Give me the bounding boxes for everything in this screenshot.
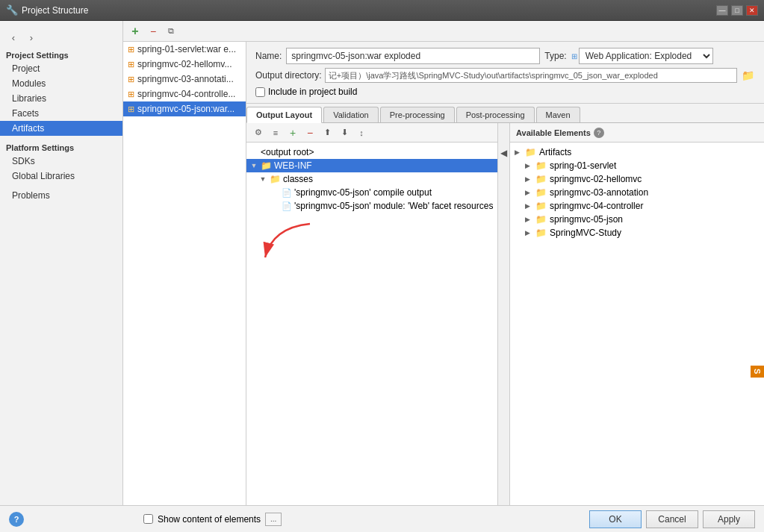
tab-output-layout[interactable]: Output Layout	[246, 107, 322, 123]
artifact-icon: ⊞	[128, 90, 134, 99]
sidebar-item-libraries[interactable]: Libraries	[0, 91, 122, 106]
avail-folder-icon-1: 📁	[535, 160, 547, 171]
sidebar-item-global-libraries[interactable]: Global Libraries	[0, 169, 122, 184]
tree-move-up-button[interactable]: ⬆	[320, 125, 335, 140]
artifact-icon: ⊞	[128, 75, 134, 84]
file-icon-facet: 📄	[282, 201, 292, 211]
avail-item-springmvc05[interactable]: ▶ 📁 springmvc-05-json	[510, 213, 764, 226]
show-content-container: Show content of elements ...	[24, 513, 589, 526]
tree-move-down-button[interactable]: ⬇	[337, 125, 352, 140]
artifact-icon: ⊞	[128, 45, 134, 54]
remove-artifact-button[interactable]: −	[146, 24, 161, 39]
title-bar: 🔧 Project Structure — □ ✕	[0, 0, 764, 21]
file-icon-compile: 📄	[282, 188, 292, 198]
tree-item-compile-output[interactable]: 📄 'springmvc-05-json' compile output	[246, 186, 497, 199]
avail-item-artifacts[interactable]: ▶ 📁 Artifacts	[510, 145, 764, 159]
tree-item-output-root[interactable]: <output root>	[246, 145, 497, 159]
show-content-label: Show content of elements	[158, 514, 261, 525]
artifact-item-0[interactable]: ⊞ spring-01-servlet:war e...	[123, 42, 246, 57]
avail-item-springmvc03[interactable]: ▶ 📁 springmvc-03-annotation	[510, 186, 764, 199]
more-options-button[interactable]: ...	[265, 513, 282, 526]
avail-item-springmvc04[interactable]: ▶ 📁 springmvc-04-controller	[510, 199, 764, 213]
include-in-build-checkbox[interactable]	[255, 87, 265, 97]
available-elements-help-icon[interactable]: ?	[594, 128, 604, 138]
back-button[interactable]: ‹	[6, 30, 21, 45]
sidebar-item-problems[interactable]: Problems	[0, 188, 122, 203]
tree-add-button[interactable]: +	[285, 125, 300, 140]
bottom-bar: ? Show content of elements ... OK Cancel…	[0, 505, 764, 532]
show-content-checkbox[interactable]	[143, 514, 153, 524]
tree-sort-button[interactable]: ↕	[354, 125, 369, 140]
output-dir-label: Output directory:	[255, 70, 322, 81]
sidebar-item-sdks[interactable]: SDKs	[0, 154, 122, 169]
avail-folder-icon-4: 📁	[535, 201, 547, 211]
sidebar-item-artifacts[interactable]: Artifacts	[0, 121, 122, 136]
help-button[interactable]: ?	[9, 512, 24, 527]
tab-pre-processing[interactable]: Pre-processing	[380, 107, 455, 122]
window-title: Project Structure	[22, 5, 716, 16]
artifact-item-2[interactable]: ⊞ springmvc-03-annotati...	[123, 72, 246, 87]
tree-item-webinf[interactable]: ▼ 📁 WEB-INF	[246, 159, 497, 172]
dialog-buttons: OK Cancel Apply	[589, 510, 755, 528]
name-row: Name: Type: ⊞ Web Application: Exploded	[255, 48, 755, 64]
move-to-output-button[interactable]: ◀	[497, 145, 512, 160]
compile-output-label: 'springmvc-05-json' compile output	[294, 187, 432, 198]
restore-button[interactable]: □	[731, 5, 743, 16]
type-select[interactable]: Web Application: Exploded	[579, 48, 713, 64]
left-panel: ‹ › Project Settings Project Modules Lib…	[0, 21, 123, 505]
form-area: Name: Type: ⊞ Web Application: Exploded	[246, 42, 764, 104]
facet-resources-label: 'springmvc-05-json' module: 'Web' facet …	[294, 201, 493, 211]
sonarlint-badge[interactable]: S	[751, 366, 764, 378]
main-container: ‹ › Project Settings Project Modules Lib…	[0, 21, 764, 505]
name-input[interactable]	[286, 48, 540, 64]
output-panel: ⚙ ≡ + − ⬆ ⬇ ↕	[246, 123, 764, 505]
close-button[interactable]: ✕	[746, 5, 758, 16]
forward-button[interactable]: ›	[24, 30, 39, 45]
include-in-build-label: Include in project build	[268, 87, 357, 97]
avail-folder-icon-2: 📁	[535, 174, 547, 184]
tab-maven[interactable]: Maven	[536, 107, 580, 122]
avail-item-springmvc-study[interactable]: ▶ 📁 SpringMVC-Study	[510, 226, 764, 240]
output-dir-input: 记+项目）\java学习路线\SpringMVC-Study\out\artif…	[325, 68, 737, 83]
classes-label: classes	[283, 174, 313, 184]
sidebar-item-facets[interactable]: Facets	[0, 106, 122, 121]
artifact-icon: ⊞	[128, 104, 134, 114]
sidebar-item-project[interactable]: Project	[0, 61, 122, 76]
output-root-label: <output root>	[261, 147, 314, 157]
title-bar-controls: — □ ✕	[716, 5, 758, 16]
tree-remove-button[interactable]: −	[302, 125, 317, 140]
artifact-item-3[interactable]: ⊞ springmvc-04-controlle...	[123, 87, 246, 101]
avail-folder-icon-6: 📁	[535, 228, 547, 238]
apply-button[interactable]: Apply	[703, 510, 755, 528]
content-area: Name: Type: ⊞ Web Application: Exploded	[246, 42, 764, 505]
minimize-button[interactable]: —	[716, 5, 728, 16]
add-artifact-button[interactable]: +	[128, 24, 143, 39]
platform-settings-label: Platform Settings	[0, 140, 122, 154]
tab-post-processing[interactable]: Post-processing	[456, 107, 535, 122]
artifact-list: ⊞ spring-01-servlet:war e... ⊞ springmvc…	[123, 42, 246, 505]
sidebar: ‹ › Project Settings Project Modules Lib…	[0, 21, 123, 209]
cancel-button[interactable]: Cancel	[646, 510, 698, 528]
sidebar-item-modules[interactable]: Modules	[0, 76, 122, 91]
available-elements-panel: Available Elements ? ▶ 📁 Artifacts	[510, 123, 764, 505]
copy-artifact-button[interactable]: ⧉	[164, 24, 178, 39]
arrow-panel: ◀	[498, 123, 510, 505]
folder-icon-webinf: 📁	[261, 160, 272, 171]
avail-item-spring01[interactable]: ▶ 📁 spring-01-servlet	[510, 159, 764, 172]
type-label: Type:	[544, 51, 566, 61]
artifact-item-1[interactable]: ⊞ springmvc-02-hellomv...	[123, 57, 246, 72]
avail-item-springmvc02[interactable]: ▶ 📁 springmvc-02-hellomvc	[510, 172, 764, 186]
tree-item-facet-resources[interactable]: 📄 'springmvc-05-json' module: 'Web' face…	[246, 199, 497, 213]
artifact-toolbar: + − ⧉	[123, 21, 764, 42]
tree-settings-button[interactable]: ⚙	[251, 125, 266, 140]
browse-output-dir-button[interactable]: 📁	[740, 68, 755, 83]
ok-button[interactable]: OK	[589, 510, 642, 528]
tree-expand-button[interactable]: ≡	[268, 125, 283, 140]
avail-folder-icon-0: 📁	[525, 147, 536, 157]
avail-folder-icon-5: 📁	[535, 214, 547, 225]
tree-item-classes[interactable]: ▼ 📁 classes	[246, 172, 497, 186]
output-tree-panel: ⚙ ≡ + − ⬆ ⬇ ↕	[246, 123, 498, 505]
window-icon: 🔧	[6, 4, 18, 16]
artifact-item-4[interactable]: ⊞ springmvc-05-json:war...	[123, 101, 246, 116]
tab-validation[interactable]: Validation	[323, 107, 379, 122]
